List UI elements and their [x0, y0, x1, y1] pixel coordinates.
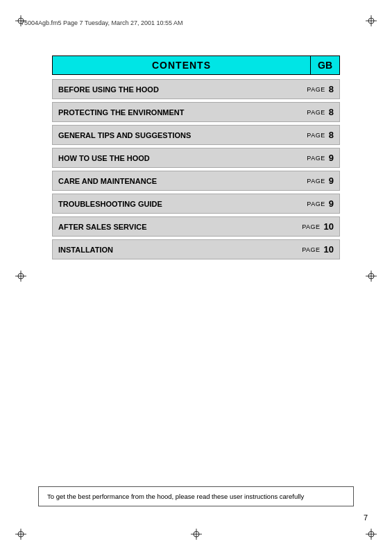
toc-row-7: INSTALLATION PAGE 10: [52, 239, 340, 259]
toc-label-2: GENERAL TIPS AND SUGGESTIONS: [53, 126, 291, 144]
toc-row-1: PROTECTING THE ENVIRONMENT PAGE 8: [52, 102, 340, 122]
toc-row-2: GENERAL TIPS AND SUGGESTIONS PAGE 8: [52, 125, 340, 145]
reg-mark-mid-left: [15, 271, 26, 282]
toc-page-num-2: 8: [329, 130, 334, 140]
page-number: 7: [364, 513, 368, 522]
toc-page-num-1: 8: [329, 107, 334, 117]
toc-page-2: PAGE 8: [291, 126, 339, 144]
bottom-note-text: To get the best performance from the hoo…: [47, 493, 304, 500]
toc-label-5: TROUBLESHOOTING GUIDE: [53, 194, 291, 213]
content-area: CONTENTS GB BEFORE USING THE HOOD PAGE 8…: [52, 56, 340, 262]
toc-page-word-1: PAGE: [307, 109, 325, 116]
toc-page-num-3: 9: [329, 153, 334, 163]
toc-page-5: PAGE 9: [291, 194, 339, 213]
toc-label-1: PROTECTING THE ENVIRONMENT: [53, 103, 291, 121]
toc-page-word-4: PAGE: [307, 178, 325, 185]
toc-page-num-7: 10: [324, 244, 334, 255]
toc-page-num-4: 9: [329, 176, 334, 186]
toc-label-3: HOW TO USE THE HOOD: [53, 148, 291, 167]
contents-title: CONTENTS: [52, 56, 311, 75]
toc-page-0: PAGE 8: [291, 80, 339, 99]
file-info-text: 75004Agb.fm5 Page 7 Tuesday, March 27, 2…: [21, 19, 183, 26]
toc-label-0: BEFORE USING THE HOOD: [53, 80, 291, 99]
toc-page-1: PAGE 8: [291, 103, 339, 121]
toc-row-4: CARE AND MAINTENANCE PAGE 9: [52, 171, 340, 191]
toc-page-word-5: PAGE: [307, 200, 325, 207]
toc-row-3: HOW TO USE THE HOOD PAGE 9: [52, 148, 340, 168]
toc-page-num-0: 8: [329, 84, 334, 94]
toc-page-word-0: PAGE: [307, 86, 325, 93]
reg-mark-mid-right: [366, 271, 377, 282]
file-info-header: 75004Agb.fm5 Page 7 Tuesday, March 27, 2…: [21, 19, 371, 26]
toc-page-6: PAGE 10: [291, 217, 339, 236]
toc-page-word-3: PAGE: [307, 155, 325, 162]
contents-gb: GB: [311, 56, 340, 75]
bottom-note: To get the best performance from the hoo…: [38, 486, 354, 506]
toc-row-0: BEFORE USING THE HOOD PAGE 8: [52, 79, 340, 99]
toc-page-word-6: PAGE: [302, 223, 320, 230]
reg-mark-bottom-center: [191, 529, 202, 540]
toc-page-word-2: PAGE: [307, 132, 325, 139]
toc-row-5: TROUBLESHOOTING GUIDE PAGE 9: [52, 194, 340, 214]
contents-header-row: CONTENTS GB: [52, 56, 340, 75]
toc-label-7: INSTALLATION: [53, 240, 291, 259]
page: 75004Agb.fm5 Page 7 Tuesday, March 27, 2…: [0, 0, 392, 555]
toc-page-word-7: PAGE: [302, 246, 320, 253]
reg-mark-bottom-left: [15, 529, 26, 540]
toc-label-4: CARE AND MAINTENANCE: [53, 171, 291, 190]
toc-page-num-6: 10: [324, 221, 334, 232]
toc-page-7: PAGE 10: [291, 240, 339, 259]
toc-label-6: AFTER SALES SERVICE: [53, 217, 291, 236]
toc-row-6: AFTER SALES SERVICE PAGE 10: [52, 216, 340, 237]
reg-mark-bottom-right: [366, 529, 377, 540]
toc-page-4: PAGE 9: [291, 171, 339, 190]
toc-page-num-5: 9: [329, 198, 334, 209]
toc-page-3: PAGE 9: [291, 148, 339, 167]
